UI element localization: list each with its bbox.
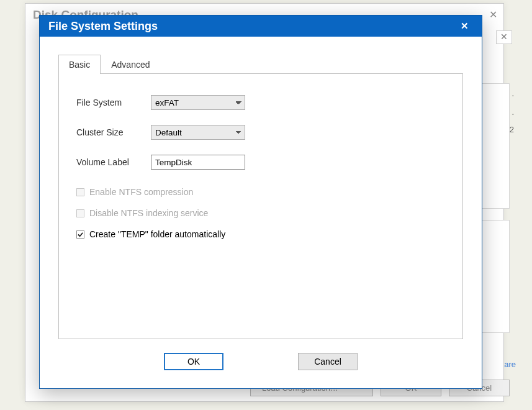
- close-icon[interactable]: ✕: [456, 17, 473, 35]
- file-system-settings-dialog: File System Settings ✕ Basic Advanced Fi…: [39, 15, 482, 389]
- tabstrip: Basic Advanced: [58, 54, 463, 73]
- ntfs-compression-checkbox: [76, 188, 84, 196]
- temp-folder-checkbox[interactable]: [76, 230, 84, 239]
- cluster-size-select[interactable]: Default: [151, 125, 245, 140]
- dialog-title: File System Settings: [48, 16, 158, 37]
- bg-inner-close-icon[interactable]: ✕: [496, 30, 512, 44]
- temp-folder-label: Create "TEMP" folder automatically: [89, 229, 225, 239]
- tab-basic[interactable]: Basic: [58, 55, 101, 74]
- tab-panel-basic: File System exFAT Cluster Size Default V…: [58, 73, 463, 339]
- bg-close-icon[interactable]: ✕: [489, 9, 497, 20]
- volume-label-label: Volume Label: [76, 157, 151, 167]
- ntfs-compression-label: Enable NTFS compression: [89, 187, 193, 197]
- bg-peek-dot-2: .: [512, 107, 514, 117]
- dialog-body: Basic Advanced File System exFAT Cluster…: [40, 37, 482, 390]
- cluster-size-label: Cluster Size: [76, 127, 151, 137]
- cancel-button[interactable]: Cancel: [298, 353, 358, 370]
- ok-button[interactable]: OK: [164, 353, 223, 370]
- temp-folder-row[interactable]: Create "TEMP" folder automatically: [76, 229, 445, 239]
- file-system-select[interactable]: exFAT: [151, 95, 245, 110]
- bg-peek-are: are: [504, 360, 516, 369]
- ntfs-compression-row: Enable NTFS compression: [76, 187, 445, 197]
- file-system-label: File System: [76, 98, 151, 107]
- volume-label-input[interactable]: [151, 155, 245, 170]
- ntfs-indexing-label: Disable NTFS indexing service: [89, 208, 208, 218]
- dialog-titlebar[interactable]: File System Settings ✕: [40, 16, 482, 37]
- ntfs-indexing-row: Disable NTFS indexing service: [76, 208, 445, 218]
- bg-peek-dot-1: .: [512, 89, 514, 98]
- ntfs-indexing-checkbox: [76, 209, 84, 217]
- dialog-button-row: OK Cancel: [58, 339, 463, 385]
- tab-advanced[interactable]: Advanced: [101, 55, 160, 74]
- bg-peek-2: 2: [510, 125, 514, 134]
